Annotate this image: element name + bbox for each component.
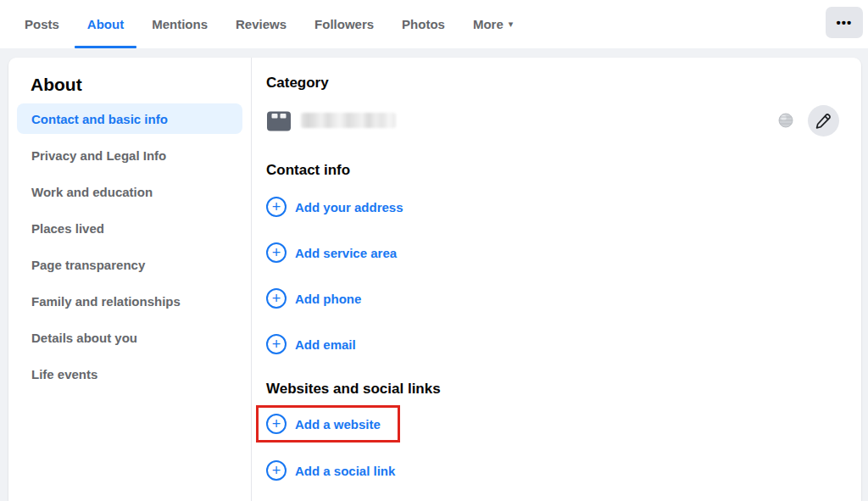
plus-circle-icon: +	[266, 460, 287, 481]
sidebar-item-label: Work and education	[31, 185, 153, 199]
sidebar-item-label: Family and relationships	[31, 294, 181, 309]
sidebar-item-page-transparency[interactable]: Page transparency	[17, 247, 242, 283]
plus-circle-icon: +	[266, 334, 287, 354]
category-heading: Category	[266, 75, 839, 92]
tab-reviews[interactable]: Reviews	[223, 0, 299, 48]
category-row	[266, 108, 839, 133]
sidebar-item-privacy-and-legal-info[interactable]: Privacy and Legal Info	[17, 137, 242, 174]
tab-label: Photos	[402, 17, 445, 31]
plus-circle-icon: +	[266, 242, 287, 263]
tab-label: Followers	[314, 17, 374, 31]
sidebar-item-family-and-relationships[interactable]: Family and relationships	[17, 283, 242, 320]
action-label: Add service area	[295, 246, 397, 260]
plus-circle-icon: +	[266, 414, 287, 434]
add-phone-button[interactable]: + Add phone	[266, 288, 839, 309]
sidebar-item-details-about-you[interactable]: Details about you	[17, 320, 242, 356]
sidebar-item-work-and-education[interactable]: Work and education	[17, 174, 242, 210]
action-label: Add email	[295, 337, 356, 352]
about-card: About Contact and basic info Privacy and…	[8, 58, 861, 501]
tab-label: Posts	[25, 17, 59, 31]
tab-label: Mentions	[152, 17, 208, 31]
websites-heading: Websites and social links	[266, 381, 839, 398]
tab-label: About	[87, 17, 124, 31]
tab-posts[interactable]: Posts	[12, 0, 72, 48]
tab-more[interactable]: More ▾	[460, 0, 526, 48]
contact-info-heading: Contact info	[266, 162, 839, 179]
sidebar-item-label: Places lived	[31, 221, 104, 236]
sidebar-item-contact-and-basic-info[interactable]: Contact and basic info	[17, 103, 242, 134]
action-label: Add your address	[295, 200, 403, 214]
tab-about[interactable]: About	[75, 0, 136, 48]
page-tab-bar: Posts About Mentions Reviews Followers P…	[0, 0, 868, 48]
action-label: Add a social link	[295, 464, 395, 478]
sidebar-item-life-events[interactable]: Life events	[17, 356, 242, 392]
plus-circle-icon: +	[266, 197, 287, 217]
add-email-button[interactable]: + Add email	[266, 334, 839, 354]
about-content: Category	[252, 58, 861, 501]
add-a-social-link-button[interactable]: + Add a social link	[266, 460, 839, 481]
briefcase-icon	[266, 109, 292, 132]
ellipsis-icon: •••	[837, 15, 853, 30]
action-label: Add phone	[295, 292, 361, 306]
sidebar-title: About	[31, 75, 242, 95]
edit-category-button[interactable]	[808, 105, 839, 136]
chevron-down-icon: ▾	[509, 19, 514, 30]
globe-privacy-icon	[778, 113, 793, 128]
category-value-redacted	[301, 113, 396, 128]
add-your-address-button[interactable]: + Add your address	[266, 197, 839, 217]
sidebar-item-places-lived[interactable]: Places lived	[17, 210, 242, 247]
sidebar-item-label: Page transparency	[31, 258, 145, 272]
more-options-button[interactable]: •••	[826, 7, 863, 38]
tab-photos[interactable]: Photos	[389, 0, 458, 48]
sidebar-item-label: Life events	[31, 367, 97, 381]
tab-label: Reviews	[236, 17, 287, 31]
about-sidebar: About Contact and basic info Privacy and…	[8, 58, 252, 501]
tab-label: More	[473, 17, 504, 31]
action-label: Add a website	[295, 417, 381, 431]
tab-mentions[interactable]: Mentions	[139, 0, 220, 48]
plus-circle-icon: +	[266, 288, 287, 309]
tab-followers[interactable]: Followers	[302, 0, 387, 48]
edit-pencil-icon	[815, 112, 832, 130]
sidebar-item-label: Contact and basic info	[31, 112, 168, 126]
add-service-area-button[interactable]: + Add service area	[266, 242, 839, 263]
sidebar-item-label: Privacy and Legal Info	[31, 148, 166, 163]
sidebar-item-label: Details about you	[31, 331, 137, 345]
add-a-website-button[interactable]: + Add a website	[266, 414, 839, 434]
